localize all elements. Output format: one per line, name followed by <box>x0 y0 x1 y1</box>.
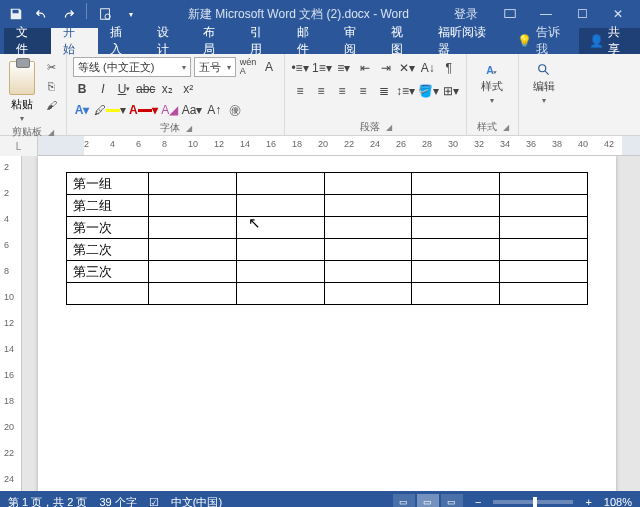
share-button[interactable]: 👤共享 <box>579 28 640 54</box>
font-color-button[interactable]: A▾ <box>129 101 158 119</box>
redo-button[interactable] <box>56 3 80 25</box>
table-row[interactable] <box>67 283 588 305</box>
show-marks-button[interactable]: ¶ <box>440 59 458 77</box>
undo-button[interactable] <box>30 3 54 25</box>
table-cell[interactable] <box>236 239 324 261</box>
tab-foxit[interactable]: 福昕阅读器 <box>426 28 507 54</box>
decrease-indent-button[interactable]: ⇤ <box>356 59 374 77</box>
table-cell[interactable] <box>500 173 588 195</box>
editing-button[interactable]: 编辑▾ <box>525 57 563 105</box>
page-indicator[interactable]: 第 1 页，共 2 页 <box>8 495 87 508</box>
table-cell[interactable]: 第一次 <box>67 217 149 239</box>
distributed-button[interactable]: ≣ <box>375 82 393 100</box>
table-cell[interactable] <box>149 261 237 283</box>
language-indicator[interactable]: 中文(中国) <box>171 495 222 508</box>
sort-button[interactable]: A↓ <box>419 59 437 77</box>
table-cell[interactable] <box>324 195 412 217</box>
increase-indent-button[interactable]: ⇥ <box>377 59 395 77</box>
tab-selector[interactable]: L <box>0 136 38 156</box>
text-effects-button[interactable]: A▾ <box>73 101 91 119</box>
tab-design[interactable]: 设计 <box>145 28 192 54</box>
multilevel-list-button[interactable]: ≡▾ <box>335 59 353 77</box>
zoom-level[interactable]: 108% <box>604 496 632 507</box>
document-table[interactable]: 第一组第二组第一次第二次第三次 <box>66 172 588 305</box>
table-cell[interactable] <box>149 239 237 261</box>
table-cell[interactable]: 第二组 <box>67 195 149 217</box>
tab-mailings[interactable]: 邮件 <box>285 28 332 54</box>
highlight-button[interactable]: 🖊▾ <box>94 101 126 119</box>
align-right-button[interactable]: ≡ <box>333 82 351 100</box>
tab-insert[interactable]: 插入 <box>98 28 145 54</box>
ribbon-options-button[interactable] <box>492 0 528 28</box>
web-layout-button[interactable]: ▭ <box>441 494 463 507</box>
subscript-button[interactable]: x₂ <box>158 80 176 98</box>
table-cell[interactable] <box>236 217 324 239</box>
character-border-button[interactable]: A <box>260 58 278 76</box>
tab-references[interactable]: 引用 <box>238 28 285 54</box>
document-page[interactable]: 第一组第二组第一次第二次第三次 <box>38 156 616 491</box>
underline-button[interactable]: U ▾ <box>115 80 133 98</box>
tab-home[interactable]: 开始 <box>51 28 98 54</box>
change-case-button[interactable]: Aa▾ <box>182 101 203 119</box>
table-cell[interactable] <box>149 173 237 195</box>
print-layout-button[interactable]: ▭ <box>417 494 439 507</box>
table-cell[interactable] <box>324 261 412 283</box>
table-cell[interactable] <box>412 173 500 195</box>
tab-file[interactable]: 文件 <box>4 28 51 54</box>
page-scroll-area[interactable]: 第一组第二组第一次第二次第三次 ↖ <box>22 156 640 491</box>
table-row[interactable]: 第一组 <box>67 173 588 195</box>
font-size-combo[interactable]: 五号▾ <box>194 57 236 77</box>
copy-button[interactable]: ⎘ <box>42 78 60 94</box>
table-cell[interactable] <box>236 195 324 217</box>
styles-dialog-launcher[interactable]: ◢ <box>503 123 509 132</box>
clear-formatting-button[interactable]: A◢ <box>161 101 179 119</box>
table-cell[interactable] <box>500 217 588 239</box>
table-cell[interactable] <box>236 261 324 283</box>
table-cell[interactable]: 第三次 <box>67 261 149 283</box>
align-center-button[interactable]: ≡ <box>312 82 330 100</box>
table-cell[interactable] <box>412 239 500 261</box>
font-dialog-launcher[interactable]: ◢ <box>186 124 192 133</box>
line-spacing-button[interactable]: ↕≡▾ <box>396 82 415 100</box>
word-count[interactable]: 39 个字 <box>99 495 136 508</box>
tell-me[interactable]: 💡告诉我 <box>507 28 579 54</box>
superscript-button[interactable]: x² <box>179 80 197 98</box>
borders-button[interactable]: ⊞▾ <box>442 82 460 100</box>
italic-button[interactable]: I <box>94 80 112 98</box>
format-painter-button[interactable]: 🖌 <box>42 97 60 113</box>
table-cell[interactable] <box>500 261 588 283</box>
shading-button[interactable]: 🪣▾ <box>418 82 439 100</box>
enclose-characters-button[interactable]: ㊝ <box>226 101 244 119</box>
table-cell[interactable] <box>149 283 237 305</box>
tab-review[interactable]: 审阅 <box>332 28 379 54</box>
table-cell[interactable] <box>500 195 588 217</box>
table-cell[interactable] <box>500 283 588 305</box>
zoom-slider[interactable] <box>493 500 573 504</box>
table-cell[interactable] <box>412 261 500 283</box>
qat-customize[interactable]: ▾ <box>119 3 143 25</box>
table-cell[interactable] <box>412 217 500 239</box>
vertical-ruler[interactable]: 224681012141618202224 <box>0 156 22 491</box>
table-row[interactable]: 第三次 <box>67 261 588 283</box>
table-cell[interactable] <box>236 283 324 305</box>
horizontal-ruler[interactable]: 24681012141618202224262830323436384042 <box>38 136 640 156</box>
asian-layout-button[interactable]: ✕▾ <box>398 59 416 77</box>
table-cell[interactable] <box>67 283 149 305</box>
table-cell[interactable] <box>324 217 412 239</box>
zoom-out-button[interactable]: − <box>475 496 481 507</box>
tab-layout[interactable]: 布局 <box>191 28 238 54</box>
justify-button[interactable]: ≡ <box>354 82 372 100</box>
maximize-button[interactable]: ☐ <box>564 0 600 28</box>
bold-button[interactable]: B <box>73 80 91 98</box>
numbering-button[interactable]: 1≡▾ <box>312 59 332 77</box>
table-cell[interactable] <box>500 239 588 261</box>
table-cell[interactable] <box>324 173 412 195</box>
spelling-icon[interactable]: ☑ <box>149 496 159 508</box>
phonetic-guide-button[interactable]: wénA <box>239 58 257 76</box>
strikethrough-button[interactable]: abc <box>136 80 155 98</box>
styles-button[interactable]: A 样式▾ <box>473 57 511 105</box>
grow-font-button[interactable]: A↑ <box>205 101 223 119</box>
table-cell[interactable] <box>412 283 500 305</box>
table-cell[interactable] <box>324 239 412 261</box>
table-cell[interactable] <box>149 195 237 217</box>
